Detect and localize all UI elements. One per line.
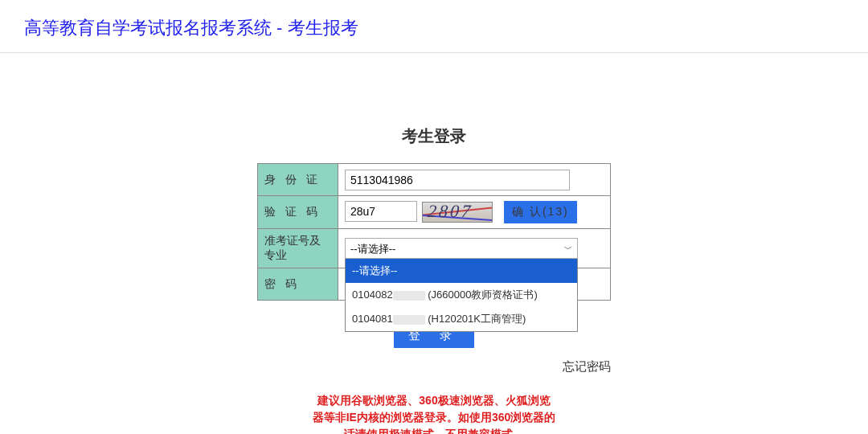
ticket-cell: --请选择-- ﹀ --请选择--0104082 (J660000教师资格证书)…: [338, 229, 611, 268]
login-title: 考生登录: [257, 125, 611, 147]
page-header: 高等教育自学考试报名报考系统 - 考生报考: [0, 0, 868, 53]
login-form-table: 身 份 证 验 证 码 2807 确 认(13) 准考证号及专业 --请选择--: [257, 163, 611, 301]
masked-segment: [393, 291, 425, 301]
captcha-image-text: 2807: [427, 202, 473, 222]
captcha-image[interactable]: 2807: [422, 202, 493, 223]
chevron-down-icon: ﹀: [564, 244, 572, 255]
advice-line: 器等非IE内核的浏览器登录。如使用360浏览器的: [257, 409, 611, 426]
advice-line: 建议用谷歌浏览器、360极速浏览器、火狐浏览: [257, 392, 611, 409]
ticket-select[interactable]: --请选择-- ﹀: [345, 238, 578, 259]
dropdown-option[interactable]: 0104081 (H120201K工商管理): [346, 307, 577, 331]
dropdown-option[interactable]: 0104082 (J660000教师资格证书): [346, 283, 577, 307]
password-label: 密 码: [258, 268, 338, 301]
masked-segment: [393, 315, 425, 325]
captcha-label: 验 证 码: [258, 196, 338, 229]
id-cell: [338, 164, 611, 196]
confirm-button[interactable]: 确 认(13): [504, 201, 577, 223]
dropdown-option[interactable]: --请选择--: [346, 259, 577, 283]
page-title: 高等教育自学考试报名报考系统 - 考生报考: [24, 16, 844, 40]
ticket-select-wrapper: --请选择-- ﹀ --请选择--0104082 (J660000教师资格证书)…: [345, 238, 578, 259]
ticket-dropdown: --请选择--0104082 (J660000教师资格证书)0104081 (H…: [345, 259, 578, 332]
forgot-row: 忘记密码: [257, 359, 611, 375]
login-panel: 考生登录 身 份 证 验 证 码 2807 确 认(13) 准考证号及专业: [257, 125, 611, 434]
forgot-password-link[interactable]: 忘记密码: [563, 359, 611, 373]
ticket-label: 准考证号及专业: [258, 229, 338, 268]
captcha-input[interactable]: [345, 201, 417, 222]
ticket-select-value: --请选择--: [350, 243, 395, 255]
advice-line: 话请使用极速模式，不用兼容模式。: [257, 426, 611, 434]
id-label: 身 份 证: [258, 164, 338, 196]
id-input[interactable]: [345, 170, 570, 190]
captcha-cell: 2807 确 认(13): [338, 196, 611, 229]
browser-advice: 建议用谷歌浏览器、360极速浏览器、火狐浏览 器等非IE内核的浏览器登录。如使用…: [257, 392, 611, 434]
